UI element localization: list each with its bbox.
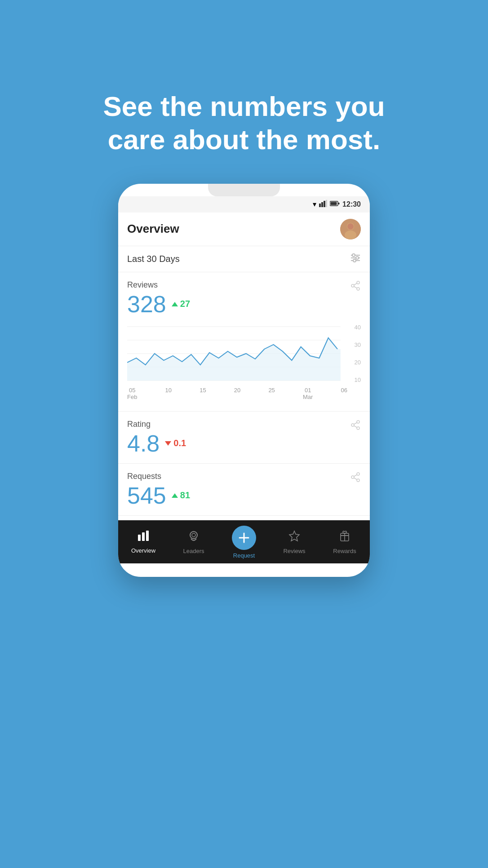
nav-label-leaders: Leaders [183,548,204,554]
nav-label-overview: Overview [131,547,155,554]
nav-item-rewards[interactable]: Rewards [319,530,370,554]
svg-marker-44 [289,531,299,541]
reviews-icon [288,530,301,545]
nav-label-request: Request [233,552,255,559]
svg-point-27 [357,421,359,423]
nav-item-leaders[interactable]: Leaders [169,530,219,554]
svg-rect-0 [319,204,321,207]
overview-icon [137,530,150,545]
rating-label: Rating [127,420,186,429]
requests-value: 545 [127,484,166,507]
requests-section: Requests 545 81 [118,464,370,516]
nav-item-reviews[interactable]: Reviews [269,530,319,554]
nav-label-rewards: Rewards [333,548,356,554]
svg-rect-6 [338,203,340,204]
reviews-label: Reviews [127,280,190,290]
svg-point-40 [190,531,197,539]
reviews-section: Reviews 328 27 [118,272,370,412]
svg-point-32 [357,473,359,475]
svg-point-15 [356,257,359,259]
svg-point-19 [357,288,359,290]
chart-y-labels: 40 30 20 10 [355,322,361,385]
svg-line-36 [354,478,357,479]
filter-icon[interactable] [350,253,361,265]
reviews-chart: 40 30 20 10 05Feb 10 15 20 25 01Mar 06 [127,322,361,403]
nav-item-request[interactable]: Request [219,526,269,559]
requests-change: 81 [171,490,190,500]
request-button[interactable] [232,526,256,550]
requests-share-icon[interactable] [350,472,361,485]
chart-svg [127,322,361,385]
svg-rect-39 [146,531,149,541]
svg-point-34 [357,479,359,482]
avatar[interactable] [340,219,361,239]
rating-change: 0.1 [164,438,186,448]
phone-mockup: ▾ 12:30 Overview [118,184,370,577]
svg-rect-3 [326,200,327,207]
svg-point-16 [353,259,356,262]
rating-section: Rating 4.8 0.1 [118,412,370,464]
signal-icon [319,200,327,209]
period-label: Last 30 Days [127,254,180,264]
svg-line-20 [354,283,357,285]
svg-point-14 [352,254,355,257]
svg-line-21 [354,286,357,288]
app-header: Overview [118,213,370,246]
svg-line-35 [354,474,357,476]
svg-point-9 [345,230,356,239]
wifi-icon: ▾ [313,200,316,208]
battery-icon [330,200,340,208]
svg-rect-5 [331,202,337,205]
svg-point-28 [351,424,354,426]
status-bar: ▾ 12:30 [118,196,370,213]
hero-text: See the numbers you care about the most. [67,90,421,157]
reviews-change: 27 [171,299,190,309]
reviews-share-icon[interactable] [350,280,361,294]
rating-value: 4.8 [127,432,160,455]
svg-point-18 [351,284,354,287]
svg-line-30 [354,422,357,424]
content-area: Reviews 328 27 [118,272,370,516]
bottom-nav: Overview Leaders Request [118,520,370,563]
svg-point-17 [357,281,359,284]
svg-point-10 [347,223,354,230]
phone-notch [208,184,280,196]
leaders-icon [187,530,200,545]
requests-label: Requests [127,472,190,481]
period-bar: Last 30 Days [118,246,370,272]
time-display: 12:30 [342,200,361,208]
svg-point-41 [192,533,195,537]
svg-rect-38 [142,532,145,541]
hero-section: See the numbers you care about the most. [31,45,457,157]
svg-line-31 [354,425,357,427]
svg-rect-37 [138,535,141,541]
chart-x-labels: 05Feb 10 15 20 25 01Mar 06 [127,385,361,400]
rewards-icon [338,530,351,545]
svg-rect-1 [321,202,323,207]
reviews-value: 328 [127,292,166,316]
svg-rect-2 [324,201,325,207]
svg-point-29 [357,427,359,430]
svg-point-33 [351,476,354,478]
nav-item-overview[interactable]: Overview [118,530,169,554]
rating-share-icon[interactable] [350,420,361,433]
nav-label-reviews: Reviews [283,548,305,554]
app-title: Overview [127,222,179,236]
